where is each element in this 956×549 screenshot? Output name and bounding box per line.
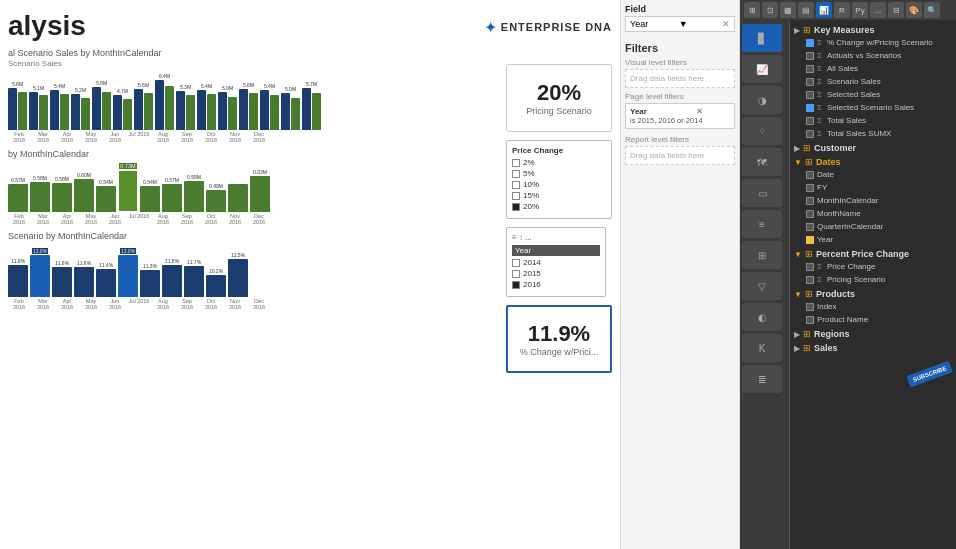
field-date[interactable]: Date xyxy=(806,168,952,181)
filter-2pct[interactable]: 2% xyxy=(512,158,606,167)
kpi2-value: 11.9% xyxy=(518,321,600,347)
field-product-name[interactable]: Product Name xyxy=(806,313,952,326)
ppc-children: Σ Price Change Σ Pricing Scenario xyxy=(794,260,952,286)
field-pct-change-pricing[interactable]: Σ % Change w/Pricing Scenario xyxy=(806,36,952,49)
year-2015-checkbox[interactable] xyxy=(512,270,520,278)
chart3-label: Scenario by MonthInCalendar xyxy=(8,231,498,241)
fields-panel: ▶ ⊞ Key Measures Σ % Change w/Pricing Sc… xyxy=(790,20,956,549)
field-selected-sales[interactable]: Σ Selected Sales xyxy=(806,88,952,101)
percent-price-change-group: ▼ ⊞ Percent Price Change Σ Price Change … xyxy=(794,248,952,286)
viz-kpi[interactable]: K xyxy=(742,334,782,362)
year-2015[interactable]: 2015 xyxy=(512,269,600,278)
viz-map[interactable]: 🗺 xyxy=(742,148,782,176)
customer-header[interactable]: ▶ ⊞ Customer xyxy=(794,142,952,154)
filter-5pct-checkbox[interactable] xyxy=(512,170,520,178)
year-2016-checkbox[interactable] xyxy=(512,281,520,289)
dates-children: Date FY MonthInCalendar MonthName xyxy=(794,168,952,246)
viz-line[interactable]: 📈 xyxy=(742,55,782,83)
year-2014[interactable]: 2014 xyxy=(512,258,600,267)
chart3-section: Scenario by MonthInCalendar 11.9% 13.0% … xyxy=(8,231,498,310)
field-fy[interactable]: FY xyxy=(806,181,952,194)
field-total-sales[interactable]: Σ Total Sales xyxy=(806,114,952,127)
viz-gauge[interactable]: ◐ xyxy=(742,303,782,331)
year-filter-value: is 2015, 2016 or 2014 xyxy=(630,116,703,125)
products-group: ▼ ⊞ Products Index Product Name xyxy=(794,288,952,326)
visual-drop-zone[interactable]: Drag data fields here xyxy=(625,69,735,88)
field-all-sales[interactable]: Σ All Sales xyxy=(806,62,952,75)
year-active-filter[interactable]: Year ✕ is 2015, 2016 or 2014 xyxy=(625,103,735,129)
dates-arrow: ▼ xyxy=(794,158,802,167)
products-label: Products xyxy=(816,289,855,299)
field-total-sales-sumx[interactable]: Σ Total Sales SUMX xyxy=(806,127,952,140)
products-header[interactable]: ▼ ⊞ Products xyxy=(794,288,952,300)
regions-group: ▶ ⊞ Regions xyxy=(794,328,952,340)
filter-20pct[interactable]: 20% xyxy=(512,202,606,211)
filter-5pct[interactable]: 5% xyxy=(512,169,606,178)
filter-10pct[interactable]: 10% xyxy=(512,180,606,189)
toolbar-icon-6[interactable]: R xyxy=(834,2,850,18)
field-selected-scenario-sales[interactable]: Σ Selected Scenario Sales xyxy=(806,101,952,114)
sales-header[interactable]: ▶ ⊞ Sales xyxy=(794,342,952,354)
field-actuals-scenarios[interactable]: Σ Actuals vs Scenarios xyxy=(806,49,952,62)
toolbar-icon-1[interactable]: ⊞ xyxy=(744,2,760,18)
key-measures-group: ▶ ⊞ Key Measures Σ % Change w/Pricing Sc… xyxy=(794,24,952,140)
toolbar-icon-5[interactable]: 📊 xyxy=(816,2,832,18)
field-pricing-scenario[interactable]: Σ Pricing Scenario xyxy=(806,273,952,286)
viz-funnel[interactable]: ▽ xyxy=(742,272,782,300)
key-measures-children: Σ % Change w/Pricing Scenario Σ Actuals … xyxy=(794,36,952,140)
visual-filter-label: Visual level filters xyxy=(625,58,735,67)
viz-slicer[interactable]: ≣ xyxy=(742,365,782,393)
field-month-in-calendar[interactable]: MonthInCalendar xyxy=(806,194,952,207)
field-dropdown-arrow: ▼ xyxy=(679,19,688,29)
field-index[interactable]: Index xyxy=(806,300,952,313)
left-panel: alysis ✦ ENTERPRISE DNA al Scenario Sale… xyxy=(0,0,620,549)
filter-2pct-checkbox[interactable] xyxy=(512,159,520,167)
viz-bar[interactable]: ▊ xyxy=(742,24,782,52)
products-children: Index Product Name xyxy=(794,300,952,326)
toolbar-icon-10[interactable]: 🎨 xyxy=(906,2,922,18)
logo-icon: ✦ xyxy=(484,18,497,37)
regions-header[interactable]: ▶ ⊞ Regions xyxy=(794,328,952,340)
viz-pie[interactable]: ◑ xyxy=(742,86,782,114)
viz-matrix[interactable]: ⊞ xyxy=(742,241,782,269)
toolbar-icon-2[interactable]: ⊡ xyxy=(762,2,778,18)
year-2014-checkbox[interactable] xyxy=(512,259,520,267)
field-scenario-sales[interactable]: Σ Scenario Sales xyxy=(806,75,952,88)
percent-price-change-header[interactable]: ▼ ⊞ Percent Price Change xyxy=(794,248,952,260)
toolbar-icon-11[interactable]: 🔍 xyxy=(924,2,940,18)
field-year[interactable]: Year xyxy=(806,233,952,246)
viz-table[interactable]: ≡ xyxy=(742,210,782,238)
key-measures-arrow: ▶ xyxy=(794,26,800,35)
toolbar-icon-8[interactable]: ... xyxy=(870,2,886,18)
field-quarter-in-calendar[interactable]: QuarterInCalendar xyxy=(806,220,952,233)
toolbar-icon-3[interactable]: ▦ xyxy=(780,2,796,18)
regions-label: Regions xyxy=(814,329,850,339)
price-filter-title: Price Change xyxy=(512,146,606,155)
filter-15pct-checkbox[interactable] xyxy=(512,192,520,200)
field-price-change[interactable]: Σ Price Change xyxy=(806,260,952,273)
logo-text: ENTERPRISE DNA xyxy=(501,21,612,33)
customer-group: ▶ ⊞ Customer xyxy=(794,142,952,154)
filter-10pct-checkbox[interactable] xyxy=(512,181,520,189)
field-month-name[interactable]: MonthName xyxy=(806,207,952,220)
filter-15pct[interactable]: 15% xyxy=(512,191,606,200)
kpi2-label: % Change w/Prici... xyxy=(518,347,600,357)
toolbar-icon-7[interactable]: Py xyxy=(852,2,868,18)
key-measures-header[interactable]: ▶ ⊞ Key Measures xyxy=(794,24,952,36)
dates-header[interactable]: ▼ ⊞ Dates xyxy=(794,156,952,168)
toolbar-icon-9[interactable]: ⊟ xyxy=(888,2,904,18)
kpi1-card: 20% Pricing Scenario xyxy=(506,64,612,132)
field-dropdown-x[interactable]: ✕ xyxy=(722,19,730,29)
filters-panel: Field Year ▼ ✕ Filters Visual level filt… xyxy=(620,0,740,549)
filter-20pct-checkbox[interactable] xyxy=(512,203,520,211)
report-drop-zone[interactable]: Drag data fields here xyxy=(625,146,735,165)
toolbar-icon-4[interactable]: ▤ xyxy=(798,2,814,18)
chart2-label: by MonthInCalendar xyxy=(8,149,498,159)
field-dropdown[interactable]: Year ▼ ✕ xyxy=(625,16,735,32)
filters-title: Filters xyxy=(625,42,735,54)
viz-card[interactable]: ▭ xyxy=(742,179,782,207)
viz-scatter[interactable]: ⁘ xyxy=(742,117,782,145)
year-filter-close[interactable]: ✕ xyxy=(696,107,703,116)
subscribe-badge: SUBSCRIBE xyxy=(906,361,953,388)
year-2016[interactable]: 2016 xyxy=(512,280,600,289)
